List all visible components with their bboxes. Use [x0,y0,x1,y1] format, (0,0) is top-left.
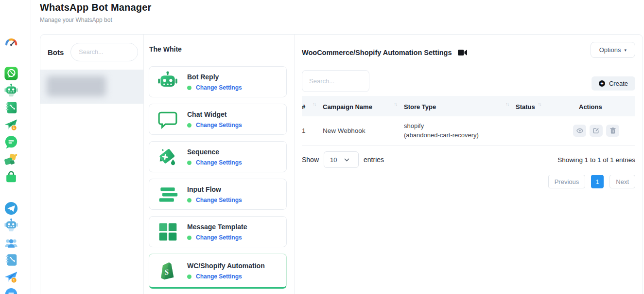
page-size-value: 10 [330,156,337,164]
contacts-blue-icon[interactable] [4,253,18,267]
bot-name-redacted [47,76,106,96]
chat-bubble-icon [157,109,178,130]
chevron-down-icon [344,158,349,162]
column-header-num[interactable]: # ↑↓ [302,102,323,110]
status-dot [187,161,191,165]
menu-card-message-template[interactable]: Message Template Change Settings [149,216,287,247]
status-dot [187,275,191,279]
video-camera-icon[interactable] [458,49,467,56]
menu-card-input-flow[interactable]: Input Flow Change Settings [149,179,287,210]
svg-text:1: 1 [13,126,15,130]
integration-icon[interactable] [4,152,18,167]
create-button-label: Create [609,80,628,87]
column-header-store-type[interactable]: Store Type ↑↓ [404,102,516,110]
menu-card-wc-shopify-automation[interactable]: S WC/Shopify Automation Change Settings [149,254,287,289]
eye-icon [576,128,583,133]
column-header-campaign-name[interactable]: Campaign Name ↑↓ [323,102,404,110]
sort-icon[interactable]: ↑↓ [538,102,541,107]
store-type-cell: shopify (abandoned-cart-recovery) [404,122,516,140]
pagination: Previous 1 Next [302,175,635,188]
menu-card-title: Input Flow [187,185,221,193]
change-settings-link[interactable]: Change Settings [196,197,242,203]
table-row: 1 New Webhook shopify (abandoned-cart-re… [302,116,635,146]
campaign-name-cell: New Webhook [323,127,404,134]
svg-text:1: 1 [13,278,15,282]
campaign-search-input[interactable] [302,70,369,92]
trash-icon [610,128,616,134]
menu-card-title: Chat Widget [187,110,227,118]
menu-card-title: Message Template [187,223,247,231]
entries-summary: Showing 1 to 1 of 1 entries [557,156,635,164]
paint-bucket-icon [157,146,178,167]
shopify-icon: S [157,260,178,281]
table-header-row: # ↑↓ Campaign Name ↑↓ Store Type ↑↓ Stat… [302,96,635,116]
dashboard-gauge-icon[interactable] [4,36,18,51]
menu-card-title: Bot Reply [187,73,219,81]
app-icon-rail: 1 1 [0,0,31,294]
sort-icon[interactable]: ↑↓ [506,102,509,107]
bars-icon [157,184,178,205]
edit-button[interactable] [590,125,603,137]
column-header-status[interactable]: Status ↑↓ [516,102,570,110]
bots-panel-title: Bots [48,48,64,56]
sort-icon[interactable]: ↑↓ [394,102,398,107]
next-page-button[interactable]: Next [609,175,635,188]
campaign-green-icon[interactable]: 1 [4,118,18,132]
status-dot [187,236,191,240]
audience-blue-icon[interactable] [4,236,18,250]
view-button[interactable] [573,125,586,137]
toggle-knob [513,128,521,136]
edit-icon [593,128,599,134]
change-settings-link[interactable]: Change Settings [196,234,242,241]
status-dot [187,123,191,128]
column-header-actions: Actions [570,102,635,110]
menu-card-bot-reply[interactable]: Bot Reply Change Settings [149,66,287,97]
robot-icon [157,71,178,92]
grid-icon [157,221,178,242]
entries-label: entries [364,156,384,164]
page-subtitle: Manage your WhatsApp bot [40,17,152,23]
change-settings-link[interactable]: Change Settings [196,122,242,129]
change-settings-link[interactable]: Change Settings [196,159,242,166]
show-label: Show [302,156,319,164]
page-size-select[interactable]: 10 [324,151,359,168]
previous-page-button[interactable]: Previous [548,175,586,188]
page-1-button[interactable]: 1 [591,175,604,188]
menu-card-title: WC/Shopify Automation [187,262,265,270]
automation-panel: WooCommerce/Shopify Automation Settings … [295,35,643,294]
page-header: WhatsApp Bot Manager Manage your WhatsAp… [40,2,152,23]
change-settings-link[interactable]: Change Settings [196,84,242,91]
plus-icon: + [599,80,605,87]
caret-down-icon: ▾ [624,48,627,53]
sort-icon[interactable]: ↑↓ [313,102,316,107]
chat-blue-icon[interactable] [4,287,18,294]
status-dot [187,86,191,90]
change-settings-link[interactable]: Change Settings [196,273,242,280]
page-title: WhatsApp Bot Manager [40,2,152,13]
content-card: Bots The White Bot Reply Change Settings [40,34,643,294]
bot-menu-panel: The White Bot Reply Change Settings [144,35,295,294]
options-button[interactable]: Options ▾ [591,42,635,58]
bot-green-icon[interactable] [4,83,18,98]
status-dot [187,198,191,202]
delete-button[interactable] [606,125,619,137]
campaign-blue-icon[interactable]: 1 [4,270,18,285]
row-number: 1 [302,127,323,134]
menu-card-chat-widget[interactable]: Chat Widget Change Settings [149,104,287,135]
bot-name-heading: The White [149,45,287,53]
store-icon[interactable] [4,169,18,184]
create-button[interactable]: + Create [592,76,635,91]
campaign-table: # ↑↓ Campaign Name ↑↓ Store Type ↑↓ Stat… [302,96,635,146]
options-button-label: Options [599,46,621,54]
bots-panel: Bots [40,35,144,294]
menu-card-title: Sequence [187,148,219,156]
panel-title: WooCommerce/Shopify Automation Settings [302,49,452,56]
bots-search-input[interactable] [70,43,138,61]
bot-blue-icon[interactable] [4,218,18,233]
contacts-green-icon[interactable] [4,100,18,115]
bot-list-item-selected[interactable] [40,70,143,104]
whatsapp-icon[interactable] [4,66,18,81]
telegram-icon[interactable] [4,201,18,216]
chat-green-icon[interactable] [4,135,18,149]
menu-card-sequence[interactable]: Sequence Change Settings [149,141,287,172]
